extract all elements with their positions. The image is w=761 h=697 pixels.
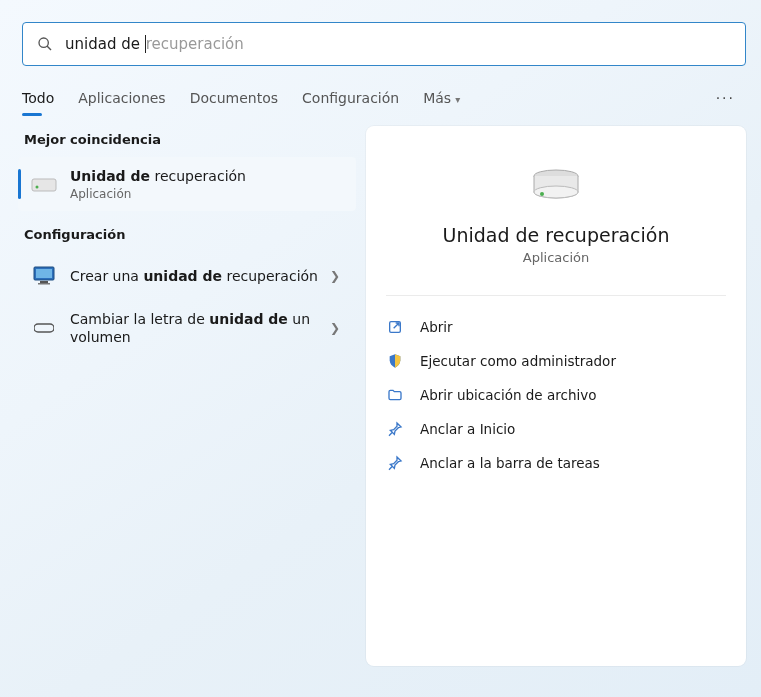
preview-pane: Unidad de recuperación Aplicación Abrir	[366, 126, 746, 666]
section-best-match: Mejor coincidencia	[18, 126, 356, 157]
divider	[386, 295, 726, 296]
svg-point-10	[534, 186, 578, 198]
search-icon	[37, 36, 53, 52]
result-change-drive-letter[interactable]: Cambiar la letra de unidad de un volumen…	[18, 300, 356, 356]
action-label: Ejecutar como administrador	[420, 353, 616, 369]
action-label: Anclar a la barra de tareas	[420, 455, 600, 471]
tab-documents[interactable]: Documentos	[190, 84, 278, 112]
svg-point-0	[39, 38, 48, 47]
folder-icon	[386, 386, 404, 404]
chevron-right-icon: ❯	[326, 321, 344, 335]
tab-settings[interactable]: Configuración	[302, 84, 399, 112]
result-subtitle: Aplicación	[70, 187, 344, 201]
action-label: Anclar a Inicio	[420, 421, 515, 437]
action-open[interactable]: Abrir	[376, 310, 736, 344]
svg-line-1	[47, 46, 51, 50]
result-recovery-drive[interactable]: Unidad de recuperación Aplicación	[18, 157, 356, 211]
tab-all[interactable]: Todo	[22, 84, 54, 112]
action-run-as-admin[interactable]: Ejecutar como administrador	[376, 344, 736, 378]
tab-apps[interactable]: Aplicaciones	[78, 84, 165, 112]
disk-icon	[30, 314, 58, 342]
drive-icon	[30, 170, 58, 198]
result-create-recovery-drive[interactable]: Crear una unidad de recuperación ❯	[18, 252, 356, 300]
action-label: Abrir ubicación de archivo	[420, 387, 596, 403]
action-pin-to-start[interactable]: Anclar a Inicio	[376, 412, 736, 446]
preview-subtitle: Aplicación	[523, 250, 589, 265]
action-open-file-location[interactable]: Abrir ubicación de archivo	[376, 378, 736, 412]
pin-icon	[386, 420, 404, 438]
chevron-right-icon: ❯	[326, 269, 344, 283]
search-input-text: unidad de recuperación	[65, 35, 244, 54]
filter-tabs: Todo Aplicaciones Documentos Configuraci…	[0, 66, 761, 112]
result-title: Unidad de recuperación	[70, 167, 344, 185]
svg-rect-8	[34, 324, 54, 332]
options-button[interactable]: ···	[712, 86, 739, 110]
result-title: Cambiar la letra de unidad de un volumen	[70, 310, 326, 346]
pin-icon	[386, 454, 404, 472]
svg-point-11	[540, 192, 544, 196]
svg-rect-2	[32, 179, 56, 191]
action-label: Abrir	[420, 319, 453, 335]
action-pin-to-taskbar[interactable]: Anclar a la barra de tareas	[376, 446, 736, 480]
svg-point-3	[36, 186, 39, 189]
svg-rect-6	[40, 281, 48, 283]
result-title: Crear una unidad de recuperación	[70, 267, 326, 285]
preview-title: Unidad de recuperación	[443, 224, 670, 246]
section-configuration: Configuración	[18, 221, 356, 252]
svg-rect-7	[38, 283, 50, 285]
drive-icon-large	[528, 166, 584, 206]
chevron-down-icon: ▾	[455, 94, 460, 105]
tab-more[interactable]: Más▾	[423, 84, 460, 112]
monitor-icon	[30, 262, 58, 290]
shield-icon	[386, 352, 404, 370]
search-bar[interactable]: unidad de recuperación	[22, 22, 746, 66]
open-icon	[386, 318, 404, 336]
svg-rect-5	[36, 269, 52, 278]
